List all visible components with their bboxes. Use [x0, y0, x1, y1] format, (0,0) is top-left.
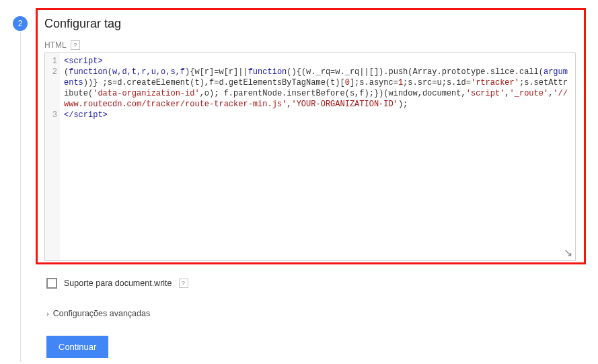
- advanced-settings-label: Configurações avançadas: [53, 309, 151, 318]
- document-write-option: Suporte para document.write ?: [46, 278, 586, 289]
- document-write-checkbox[interactable]: [46, 278, 57, 289]
- gutter-line: 3: [45, 110, 60, 120]
- gutter-line: 1: [45, 56, 60, 67]
- code-editor[interactable]: 1 2 3 <script> (function(w,d,t,r,u,o,s,f…: [44, 52, 576, 261]
- code-line: </script>: [64, 110, 571, 120]
- gutter-line: 2: [45, 67, 60, 110]
- tag-config-panel: Configurar tag HTML ? 1 2 3 <script> (fu…: [36, 8, 586, 358]
- continue-button[interactable]: Continuar: [46, 336, 108, 358]
- help-icon[interactable]: ?: [71, 40, 80, 50]
- chevron-right-icon: ›: [46, 310, 49, 318]
- document-write-label: Suporte para document.write: [64, 279, 172, 288]
- step-badge: 2: [13, 16, 28, 31]
- line-gutter: 1 2 3: [45, 53, 60, 260]
- step-connector: [20, 32, 21, 362]
- resize-handle-icon[interactable]: ↘: [564, 246, 572, 259]
- advanced-settings-toggle[interactable]: › Configurações avançadas: [46, 309, 586, 318]
- code-line: (function(w,d,t,r,u,o,s,f){w[r]=w[r]||fu…: [64, 67, 571, 110]
- section-title: Configurar tag: [44, 17, 576, 31]
- help-icon[interactable]: ?: [179, 279, 188, 288]
- html-label-row: HTML ?: [44, 40, 576, 50]
- highlight-box: Configurar tag HTML ? 1 2 3 <script> (fu…: [36, 8, 586, 264]
- code-line: <script>: [64, 56, 571, 67]
- html-field-label: HTML: [44, 40, 67, 50]
- code-content[interactable]: <script> (function(w,d,t,r,u,o,s,f){w[r]…: [60, 53, 575, 260]
